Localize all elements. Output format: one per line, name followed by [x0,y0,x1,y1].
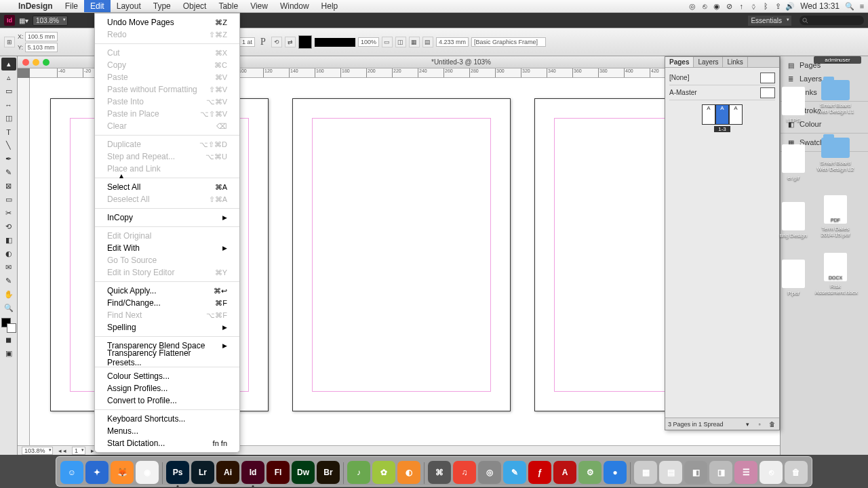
bluetooth-icon[interactable]: ᛒ [760,2,772,10]
dock-app10[interactable]: ▤ [659,461,682,484]
stroke-preview[interactable] [315,38,355,47]
dock-lr[interactable]: Lr [191,461,214,484]
bridge-icon[interactable]: ▦▾ [19,17,28,24]
menu-item-convert-to-profile-[interactable]: Convert to Profile... [95,394,239,407]
status-zoom[interactable]: 103.8% [22,447,53,455]
rectangle-frame-tool[interactable]: ⊠ [1,180,16,192]
menu-view[interactable]: View [244,0,274,12]
eyedropper-tool[interactable]: ✎ [1,274,16,287]
menu-item-spelling[interactable]: Spelling▶ [95,321,239,333]
status-icon[interactable]: ⎋ [698,2,711,10]
tab-layers[interactable]: Layers [694,57,723,67]
panel-pages[interactable]: ▤Pages [781,58,868,72]
volume-icon[interactable]: 🔊 [784,2,796,11]
scissors-tool[interactable]: ✂ [1,207,16,220]
menu-item-colour-settings-[interactable]: Colour Settings... [95,370,239,382]
dock-reader[interactable]: A [553,461,576,484]
menu-item-keyboard-shortcuts-[interactable]: Keyboard Shortcuts... [95,413,239,425]
stroke-mm[interactable]: 4.233 mm [436,37,469,47]
object-style[interactable]: [Basic Graphics Frame] [471,37,546,47]
status-icon[interactable]: ⊘ [723,2,735,11]
minimize-button[interactable] [33,59,39,66]
menu-item-menus-[interactable]: Menus... [95,425,239,437]
gradient-feather-tool[interactable]: ◐ [1,247,16,260]
direct-selection-tool[interactable]: ▵ [1,71,16,84]
pages-panel[interactable]: PagesLayersLinks [None]A-Master A A A 1-… [665,56,780,430]
spotlight-icon[interactable]: 🔍 [844,2,856,11]
type-tool[interactable]: T [1,125,16,138]
reference-point-icon[interactable]: ⊞ [4,37,15,47]
menu-item-incopy[interactable]: InCopy▶ [95,211,239,224]
note-tool[interactable]: ✉ [1,261,16,274]
dock-app13[interactable]: ☰ [734,461,757,484]
menu-item-assign-profiles-[interactable]: Assign Profiles... [95,382,239,394]
menu-item-quick-apply-[interactable]: Quick Apply...⌘↩ [95,285,239,297]
dock-dw[interactable]: Dw [292,461,315,484]
x-field[interactable]: 100.5 mm [25,32,58,41]
app-name[interactable]: InDesign [12,1,59,11]
menu-help[interactable]: Help [315,0,344,12]
dock-app8[interactable]: ● [604,461,627,484]
tab-pages[interactable]: Pages [665,57,694,67]
dock-id[interactable]: Id [241,461,264,484]
spread-thumbnail[interactable]: A A A [669,104,775,125]
new-page-icon[interactable]: ▫ [755,420,764,429]
tool-icon[interactable]: ▭ [382,37,393,47]
tab-links[interactable]: Links [723,57,747,67]
menu-window[interactable]: Window [274,0,315,12]
wifi-icon[interactable]: ⇪ [772,2,784,11]
menubar-clock[interactable]: Wed 13:31 [796,1,844,11]
page-nav-prev[interactable]: ◂ ◂ [58,447,67,454]
master-amaster[interactable]: A-Master [669,85,775,100]
menu-item-start-dictation-[interactable]: Start Dictation...fn fn [95,437,239,449]
line-tool[interactable]: ╲ [1,139,16,152]
dock-app12[interactable]: ◨ [709,461,732,484]
dock-fl[interactable]: Fl [267,461,290,484]
gradient-tool[interactable]: ◧ [1,234,16,247]
menu-item-transparency-flattener-presets-[interactable]: Transparency Flattener Presets... [95,352,239,364]
status-icon[interactable]: ↑ [735,2,747,10]
rectangle-tool[interactable]: ▭ [1,193,16,206]
pencil-tool[interactable]: ✎ [1,166,16,179]
dock-app3[interactable]: ◐ [397,461,420,484]
status-icon[interactable]: ⎀ [747,2,760,10]
panel-stroke[interactable]: ≡Stroke [781,104,868,117]
panel-links[interactable]: ⎘Links [781,85,868,99]
panel-layers[interactable]: ≣Layers [781,72,868,85]
page-tool[interactable]: ▭ [1,85,16,98]
dock-safari[interactable]: ✦ [85,461,108,484]
selection-tool[interactable]: ▴ [1,58,16,70]
menu-item-undo-move-pages[interactable]: Undo Move Pages⌘Z [95,16,239,28]
color-well[interactable] [1,318,16,333]
status-icon[interactable]: ◉ [711,2,723,11]
page-thumb-2[interactable]: A [715,104,729,125]
page-2[interactable] [292,98,511,411]
dock-chrome[interactable]: ◉ [136,461,159,484]
dock-app1[interactable]: ♪ [347,461,370,484]
menu-type[interactable]: Type [147,0,177,12]
hand-tool[interactable]: ✋ [1,288,16,301]
menu-object[interactable]: Object [177,0,213,12]
paragraph-icon[interactable]: P [258,37,269,47]
tool-icon[interactable]: ⇄ [285,37,296,47]
zoom-button[interactable] [43,59,50,66]
dock-ai[interactable]: Ai [216,461,239,484]
panel-colour[interactable]: ◧Colour [781,117,868,131]
screen-mode[interactable]: ▣ [1,347,16,360]
dock-finder[interactable]: ☺ [60,461,83,484]
menu-item-find-change-[interactable]: Find/Change...⌘F [95,297,239,309]
tool-icon[interactable]: ▦ [409,37,420,47]
menu-table[interactable]: Table [212,0,244,12]
notification-icon[interactable]: ≡ [856,2,868,10]
dock-firefox[interactable]: 🦊 [111,461,134,484]
dock-app4[interactable]: ⌘ [428,461,451,484]
dock-br[interactable]: Br [317,461,340,484]
fill-swatch[interactable] [298,35,312,49]
gap-tool[interactable]: ↔ [1,98,16,111]
vertical-ruler[interactable] [18,78,30,445]
tool-icon[interactable]: ▤ [422,37,433,47]
apply-color[interactable]: ◼ [1,333,16,346]
dock-app2[interactable]: ✿ [372,461,395,484]
menu-layout[interactable]: Layout [111,0,147,12]
help-search[interactable] [800,16,864,25]
